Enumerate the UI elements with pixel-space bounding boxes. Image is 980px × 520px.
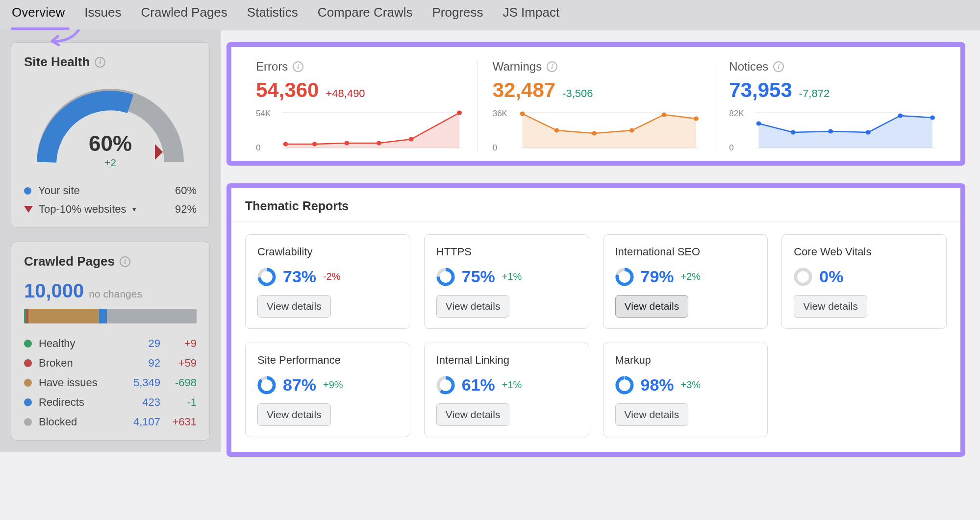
report-delta: +9% (323, 379, 343, 391)
kpi-delta: -7,872 (799, 87, 829, 100)
tab-js-impact[interactable]: JS Impact (503, 5, 560, 24)
svg-point-34 (796, 269, 810, 284)
tab-overview[interactable]: Overview (12, 5, 65, 24)
view-details-button[interactable]: View details (257, 295, 331, 318)
progress-donut-icon (615, 376, 634, 395)
report-card: Core Web Vitals0%View details (781, 234, 947, 329)
chevron-down-icon: ▾ (132, 205, 136, 214)
dot-icon (24, 398, 32, 406)
tab-statistics[interactable]: Statistics (247, 5, 298, 24)
row-delta: +59 (160, 357, 197, 370)
dot-icon (24, 187, 31, 195)
svg-point-17 (661, 113, 666, 117)
row-count: 4,107 (120, 416, 160, 428)
dot-icon (24, 418, 32, 426)
report-pct: 73% (283, 267, 316, 286)
y-top-label: 82K (729, 109, 744, 119)
row-delta: -698 (160, 376, 197, 389)
report-title: International SEO (615, 246, 701, 258)
info-icon[interactable]: i (547, 61, 557, 72)
progress-donut-icon (257, 376, 276, 395)
row-count: 423 (120, 396, 160, 409)
crawled-pages-row[interactable]: Healthy29+9 (24, 337, 197, 350)
row-name: Have issues (39, 376, 120, 389)
svg-point-4 (283, 142, 288, 147)
report-delta: +1% (502, 379, 522, 391)
tab-progress[interactable]: Progress (432, 5, 483, 24)
report-card: HTTPS75%+1%View details (424, 234, 589, 329)
svg-point-25 (866, 130, 871, 135)
view-details-button[interactable]: View details (257, 403, 331, 426)
svg-point-16 (629, 128, 634, 133)
y-top-label: 36K (493, 109, 507, 119)
site-health-gauge: 60% +2 (29, 81, 191, 170)
crawled-pages-legend: Healthy29+9Broken92+59Have issues5,349-6… (24, 337, 197, 428)
dot-icon (24, 359, 32, 367)
bar-segment (107, 309, 197, 323)
kpi-title: Errors (256, 60, 288, 74)
report-delta: -2% (323, 271, 341, 282)
info-icon[interactable]: i (293, 61, 303, 72)
report-pct: 98% (641, 375, 674, 395)
crawled-pages-row[interactable]: Broken92+59 (24, 357, 197, 370)
y-zero-label: 0 (493, 143, 497, 153)
svg-point-6 (344, 141, 349, 146)
row-count: 29 (120, 337, 160, 350)
progress-donut-icon (257, 268, 276, 286)
svg-point-37 (259, 377, 274, 392)
report-title: Site Performance (257, 354, 341, 367)
crawled-pages-row[interactable]: Redirects423-1 (24, 396, 197, 409)
report-card: International SEO79%+2%View details (603, 234, 768, 329)
info-icon[interactable]: i (120, 256, 130, 267)
view-details-button[interactable]: View details (794, 295, 867, 318)
bar-segment (99, 309, 107, 323)
kpi-delta: +48,490 (326, 87, 365, 100)
svg-point-5 (312, 142, 317, 147)
tab-issues[interactable]: Issues (84, 5, 121, 24)
legend-top10[interactable]: Top-10% websites▾ 92% (24, 203, 197, 216)
view-details-button[interactable]: View details (615, 295, 689, 318)
view-details-button[interactable]: View details (436, 403, 510, 426)
crawled-pages-total[interactable]: 10,000 (24, 280, 84, 302)
triangle-marker-icon (24, 206, 33, 213)
site-health-card: Site Health i 60% +2 (11, 42, 210, 228)
svg-point-24 (829, 129, 833, 134)
svg-point-15 (592, 131, 597, 136)
kpi-warnings[interactable]: Warningsi32,487-3,50636K0 (478, 60, 715, 153)
svg-marker-12 (522, 114, 696, 148)
progress-donut-icon (615, 268, 634, 286)
kpi-value: 73,953 (729, 78, 792, 102)
kpi-errors[interactable]: Errorsi54,360+48,49054K0 (241, 60, 478, 153)
y-zero-label: 0 (729, 143, 733, 153)
svg-point-41 (617, 377, 631, 392)
row-count: 92 (120, 357, 160, 370)
site-health-title: Site Health (24, 54, 90, 70)
svg-point-8 (409, 137, 414, 142)
sidebar: Site Health i 60% +2 (0, 30, 221, 452)
crawled-pages-card: Crawled Pages i 10,000 no changes Health… (11, 242, 210, 441)
crawled-pages-row[interactable]: Have issues5,349-698 (24, 376, 197, 389)
info-icon[interactable]: i (773, 61, 784, 72)
tab-compare-crawls[interactable]: Compare Crawls (318, 5, 413, 24)
report-title: Markup (615, 354, 651, 367)
report-card: Site Performance87%+9%View details (245, 343, 410, 437)
svg-point-22 (756, 122, 761, 126)
y-zero-label: 0 (256, 143, 260, 153)
kpi-sparkline: 54K0 (256, 109, 463, 153)
report-delta: +2% (681, 271, 701, 282)
report-pct: 79% (641, 267, 674, 286)
report-card: Internal Linking61%+1%View details (424, 343, 589, 437)
row-count: 5,349 (120, 376, 160, 389)
svg-point-23 (791, 130, 796, 135)
progress-donut-icon (436, 376, 455, 395)
crawled-pages-row[interactable]: Blocked4,107+631 (24, 416, 197, 428)
report-delta: +1% (502, 271, 522, 282)
kpi-notices[interactable]: Noticesi73,953-7,87282K0 (714, 60, 951, 153)
tab-crawled-pages[interactable]: Crawled Pages (141, 5, 227, 24)
kpi-delta: -3,506 (562, 87, 593, 100)
view-details-button[interactable]: View details (615, 403, 689, 426)
info-icon[interactable]: i (95, 57, 105, 68)
row-name: Redirects (39, 396, 120, 409)
view-details-button[interactable]: View details (436, 295, 510, 318)
kpi-sparkline: 36K0 (493, 109, 700, 153)
